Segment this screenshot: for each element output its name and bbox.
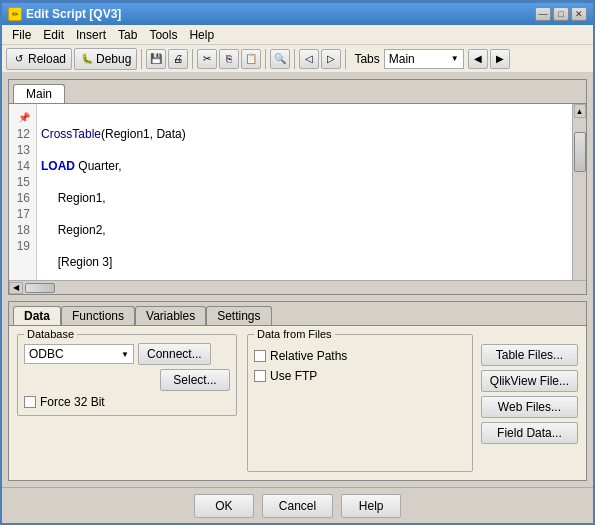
print-button[interactable]: 🖨 [168,49,188,69]
tab-functions[interactable]: Functions [61,306,135,325]
force32bit-label: Force 32 Bit [40,395,105,409]
reload-button[interactable]: ↺ Reload [6,48,72,70]
toolbar: ↺ Reload 🐛 Debug 💾 🖨 ✂ ⎘ 📋 🔍 ◁ ▷ Tabs Ma… [2,45,593,73]
menu-file[interactable]: File [6,27,37,43]
code-line-12: CrossTable(Region1, Data) [41,126,568,142]
help-button[interactable]: Help [341,494,401,518]
files-section: Data from Files Relative Paths Use FTP [247,334,473,472]
horizontal-scrollbar[interactable]: ◀ [9,280,586,294]
title-controls: — □ ✕ [535,7,587,21]
files-section-container: Data from Files Relative Paths Use FTP [247,334,578,472]
files-checkboxes: Relative Paths Use FTP [254,347,466,383]
tab-settings[interactable]: Settings [206,306,271,325]
line-num-17: 17 [11,206,34,222]
code-editor[interactable]: CrossTable(Region1, Data) LOAD Quarter, … [37,104,572,280]
tabs-arrow-icon: ▼ [451,54,459,63]
debug-label: Debug [96,52,131,66]
use-ftp-label: Use FTP [270,369,317,383]
database-section: Database ODBC ▼ Connect... Select... [17,334,237,472]
line-num-16: 16 [11,190,34,206]
menu-tools[interactable]: Tools [143,27,183,43]
ok-button[interactable]: OK [194,494,254,518]
relative-paths-checkbox[interactable] [254,350,266,362]
maximize-button[interactable]: □ [553,7,569,21]
scroll-left-button[interactable]: ◀ [9,282,23,294]
copy-button[interactable]: ⎘ [219,49,239,69]
save-button[interactable]: 💾 [146,49,166,69]
tab-variables[interactable]: Variables [135,306,206,325]
vertical-scrollbar[interactable]: ▲ [572,104,586,280]
connect-button[interactable]: Connect... [138,343,211,365]
line-num-19: 19 [11,238,34,254]
title-bar-left: ✏ Edit Script [QV3] [8,7,121,21]
tabs-prev-button[interactable]: ◀ [468,49,488,69]
scroll-up-button[interactable]: ▲ [574,104,586,118]
menu-insert[interactable]: Insert [70,27,112,43]
field-data-button[interactable]: Field Data... [481,422,578,444]
title-bar: ✏ Edit Script [QV3] — □ ✕ [2,3,593,25]
select-button[interactable]: Select... [160,369,230,391]
table-files-button[interactable]: Table Files... [481,344,578,366]
database-arrow-icon: ▼ [121,350,129,359]
menu-help[interactable]: Help [183,27,220,43]
debug-button[interactable]: 🐛 Debug [74,48,137,70]
redo-button[interactable]: ▷ [321,49,341,69]
use-ftp-row: Use FTP [254,369,466,383]
files-group-title: Data from Files [254,328,335,340]
database-value: ODBC [29,347,64,361]
script-content[interactable]: 📌 12 13 14 15 16 17 18 19 CrossTable(Reg… [9,104,586,280]
menu-tab[interactable]: Tab [112,27,143,43]
tabs-next-button[interactable]: ▶ [490,49,510,69]
undo-button[interactable]: ◁ [299,49,319,69]
files-group: Data from Files Relative Paths Use FTP [247,334,473,472]
reload-label: Reload [28,52,66,66]
toolbar-separator-2 [192,49,193,69]
scroll-thumb[interactable] [574,132,586,172]
toolbar-separator-1 [141,49,142,69]
files-buttons: Table Files... QlikView File... Web File… [481,334,578,472]
reload-icon: ↺ [12,52,26,66]
force32bit-checkbox[interactable] [24,396,36,408]
debug-icon: 🐛 [80,52,94,66]
bottom-content: Database ODBC ▼ Connect... Select... [9,326,586,480]
bottom-panel: Data Functions Variables Settings Databa… [8,301,587,481]
menubar: File Edit Insert Tab Tools Help [2,25,593,45]
paste-button[interactable]: 📋 [241,49,261,69]
script-tab-bar: Main [9,80,586,104]
tabs-label: Tabs [354,52,379,66]
line-num-14: 14 [11,158,34,174]
script-tab-main[interactable]: Main [13,84,65,103]
database-select[interactable]: ODBC ▼ [24,344,134,364]
menu-edit[interactable]: Edit [37,27,70,43]
database-group-title: Database [24,328,77,340]
web-files-button[interactable]: Web Files... [481,396,578,418]
code-line-14: Region1, [41,190,568,206]
code-line-15: Region2, [41,222,568,238]
force32bit-row: Force 32 Bit [24,395,230,409]
line-num-12: 12 [11,126,34,142]
cut-button[interactable]: ✂ [197,49,217,69]
minimize-button[interactable]: — [535,7,551,21]
relative-paths-label: Relative Paths [270,349,347,363]
toolbar-separator-3 [265,49,266,69]
toolbar-separator-5 [345,49,346,69]
select-row: Select... [24,369,230,391]
tab-data[interactable]: Data [13,306,61,325]
window-icon: ✏ [8,7,22,21]
close-button[interactable]: ✕ [571,7,587,21]
dialog-footer: OK Cancel Help [2,487,593,523]
scroll-h-thumb[interactable] [25,283,55,293]
tabs-value: Main [389,52,415,66]
tabs-dropdown[interactable]: Main ▼ [384,49,464,69]
bottom-tab-bar: Data Functions Variables Settings [9,302,586,326]
database-group: Database ODBC ▼ Connect... Select... [17,334,237,416]
code-line-16: [Region 3] [41,254,568,270]
content-area: Main 📌 12 13 14 15 16 17 18 19 CrossTabl… [2,73,593,487]
cancel-button[interactable]: Cancel [262,494,333,518]
relative-paths-row: Relative Paths [254,349,466,363]
line-num-18: 18 [11,222,34,238]
qlikview-file-button[interactable]: QlikView File... [481,370,578,392]
toolbar-separator-4 [294,49,295,69]
find-button[interactable]: 🔍 [270,49,290,69]
use-ftp-checkbox[interactable] [254,370,266,382]
